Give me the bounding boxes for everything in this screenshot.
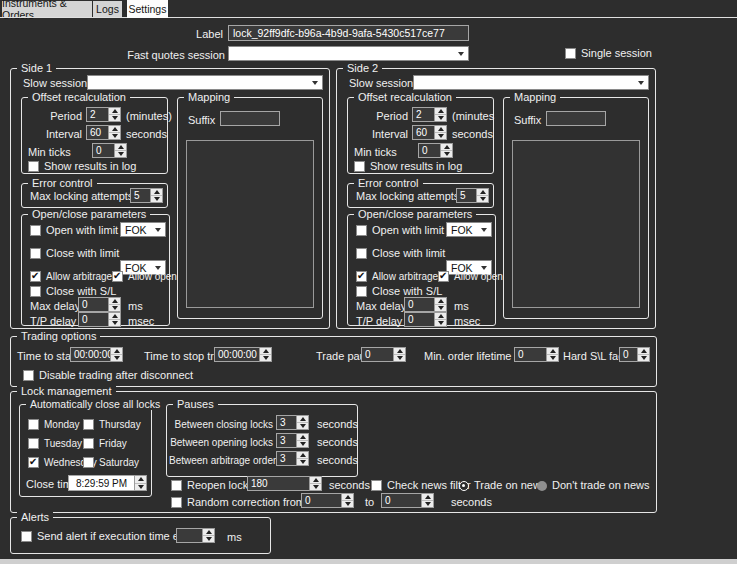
tp-delay-spinner[interactable]: 0 <box>78 312 121 327</box>
start-trade-spinner[interactable]: 00:00:00 <box>70 347 123 362</box>
close-time-spinner[interactable]: 8:29:59 PM <box>68 475 147 491</box>
trade-on-news-radio[interactable]: Trade on news <box>459 479 546 492</box>
fast-quotes-select[interactable] <box>228 46 469 61</box>
reopen-after-spinner[interactable]: 180 <box>247 476 322 491</box>
mapping-listbox[interactable] <box>186 140 314 308</box>
min-ticks-spinner[interactable]: 0 <box>418 143 453 158</box>
open-with-limit-checkbox[interactable]: Open with limit <box>30 224 118 237</box>
open-with-limit-checkbox[interactable]: Open with limit <box>356 224 444 237</box>
spin-value[interactable]: 0 <box>418 143 440 158</box>
suffix-input[interactable] <box>546 111 606 126</box>
suffix-input[interactable] <box>220 111 280 126</box>
interval-spinner[interactable]: 60 <box>412 125 447 140</box>
checkbox-box[interactable] <box>30 286 41 297</box>
spin-value[interactable]: 0 <box>514 347 546 362</box>
spin-value[interactable]: 00:00:00 <box>214 347 259 362</box>
spin-down-button[interactable] <box>342 500 353 507</box>
checkbox-box[interactable] <box>83 457 94 468</box>
interval-spinner[interactable]: 60 <box>86 125 121 140</box>
slow-session2-select[interactable] <box>413 75 649 90</box>
checkbox-box[interactable] <box>171 497 182 508</box>
spin-value[interactable]: 3 <box>276 415 296 430</box>
tab-settings[interactable]: Settings <box>127 0 168 18</box>
spin-down-button[interactable] <box>109 319 120 326</box>
spin-value[interactable]: 2 <box>412 107 434 122</box>
checkbox-box[interactable] <box>171 480 182 491</box>
spin-down-button[interactable] <box>203 535 214 542</box>
spin-down-button[interactable] <box>115 150 126 157</box>
checkbox-box[interactable] <box>565 48 576 59</box>
spin-down-button[interactable] <box>109 304 120 311</box>
spin-down-button[interactable] <box>297 458 308 465</box>
spin-value[interactable] <box>176 528 202 543</box>
show-results-checkbox[interactable]: Show results in log <box>28 160 136 173</box>
close-with-limit-checkbox[interactable]: Close with limit <box>30 247 119 260</box>
spin-value[interactable]: 0 <box>404 297 434 312</box>
day-thursday-checkbox[interactable]: Thursday <box>83 418 141 431</box>
spin-value[interactable]: 5 <box>456 188 476 203</box>
spin-down-button[interactable] <box>435 304 446 311</box>
spin-down-button[interactable] <box>135 483 146 491</box>
stop-trade-spinner[interactable]: 00:00:00 <box>214 347 272 362</box>
spin-value[interactable]: 0 <box>78 297 108 312</box>
random-correction-checkbox[interactable]: Random correction from <box>171 496 305 509</box>
spin-value[interactable]: 2 <box>86 107 108 122</box>
radio-button[interactable] <box>537 481 547 491</box>
checkbox-box[interactable] <box>28 161 39 172</box>
spin-value[interactable]: 5 <box>130 188 150 203</box>
spin-value[interactable]: 0 <box>92 143 114 158</box>
spin-down-button[interactable] <box>638 354 649 361</box>
spin-down-button[interactable] <box>151 195 162 202</box>
spin-down-button[interactable] <box>422 500 433 507</box>
allow-arbitrage-checkbox[interactable]: Allow arbitrage <box>356 270 438 283</box>
spin-value[interactable]: 180 <box>247 476 309 491</box>
period-spinner[interactable]: 2 <box>86 107 121 122</box>
spin-down-button[interactable] <box>111 354 122 361</box>
checkbox-box[interactable] <box>356 248 367 259</box>
checkbox-box[interactable] <box>83 419 94 430</box>
radio-button[interactable] <box>459 481 469 491</box>
checkbox-box[interactable] <box>83 438 94 449</box>
single-session-checkbox[interactable]: Single session <box>565 47 652 60</box>
tab-logs[interactable]: Logs <box>93 1 122 17</box>
checkbox-box[interactable] <box>356 286 367 297</box>
day-monday-checkbox[interactable]: Monday <box>28 418 80 431</box>
spin-down-button[interactable] <box>441 150 452 157</box>
spin-down-button[interactable] <box>310 483 321 490</box>
spin-value[interactable]: 3 <box>276 451 296 466</box>
checkbox-box[interactable] <box>356 271 367 282</box>
max-locking-spinner[interactable]: 5 <box>130 188 163 203</box>
random-from-spinner[interactable]: 0 <box>301 493 354 508</box>
show-results-checkbox[interactable]: Show results in log <box>354 160 462 173</box>
max-delay-spinner[interactable]: 0 <box>404 297 447 312</box>
dont-trade-on-news-radio[interactable]: Don't trade on news <box>537 479 650 492</box>
spin-down-button[interactable] <box>109 132 120 139</box>
arbitrage-order-spinner[interactable]: 3 <box>276 451 309 466</box>
closing-locks-spinner[interactable]: 3 <box>276 415 309 430</box>
spin-value[interactable]: 0 <box>301 493 341 508</box>
spin-down-button[interactable] <box>297 440 308 447</box>
tp-delay-spinner[interactable]: 0 <box>404 312 447 327</box>
spin-value[interactable]: 0 <box>381 493 421 508</box>
max-locking-spinner[interactable]: 5 <box>456 188 489 203</box>
allow-open-checkbox[interactable]: Allow open <box>112 270 177 283</box>
allow-open-checkbox[interactable]: Allow open <box>438 270 503 283</box>
checkbox-box[interactable] <box>354 161 365 172</box>
mapping-listbox[interactable] <box>512 140 640 308</box>
spin-value[interactable]: 0 <box>361 347 393 362</box>
hard-sl-factor-spinner[interactable]: 0 <box>619 347 650 362</box>
checkbox-box[interactable] <box>28 457 39 468</box>
min-ticks-spinner[interactable]: 0 <box>92 143 127 158</box>
spin-down-button[interactable] <box>394 354 405 361</box>
allow-arbitrage-checkbox[interactable]: Allow arbitrage <box>30 270 112 283</box>
spin-down-button[interactable] <box>435 132 446 139</box>
checkbox-box[interactable] <box>21 531 32 542</box>
checkbox-box[interactable] <box>30 271 41 282</box>
disable-trading-checkbox[interactable]: Disable trading after disconnect <box>23 369 193 382</box>
spin-value[interactable]: 60 <box>412 125 434 140</box>
spin-down-button[interactable] <box>477 195 488 202</box>
checkbox-box[interactable] <box>30 248 41 259</box>
spin-value[interactable]: 00:00:00 <box>70 347 110 362</box>
alert-threshold-spinner[interactable] <box>176 528 215 543</box>
spin-value[interactable]: 0 <box>619 347 637 362</box>
